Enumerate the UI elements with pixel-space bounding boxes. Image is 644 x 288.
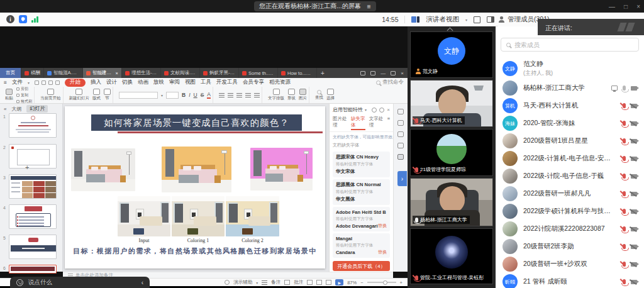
clipboard-icon[interactable]: [397, 120, 404, 126]
toggle-panel-icon[interactable]: [487, 16, 494, 23]
tab-close-icon[interactable]: ×: [116, 70, 118, 76]
close-button[interactable]: ×: [636, 3, 640, 10]
participant-row[interactable]: 昕颐 21 管科 成昕颐: [496, 273, 644, 288]
ribbon-tab-animation[interactable]: 动画: [138, 79, 148, 86]
ribbon-tab-insert[interactable]: 插入: [91, 79, 101, 86]
camera-off-icon[interactable]: [631, 227, 637, 231]
add-slide-button[interactable]: +: [25, 163, 29, 171]
copy-button[interactable]: 复制: [16, 92, 32, 98]
participant-row[interactable]: 20级普研一班+沙双双: [496, 255, 644, 273]
file-menu[interactable]: 文件: [12, 79, 23, 86]
replace-font-link[interactable]: 替换: [378, 223, 387, 229]
play-from-current-button[interactable]: 当前页开始: [40, 89, 61, 101]
video-tile-matian[interactable]: 马天-西科大计算机: [410, 80, 493, 127]
mic-muted-icon[interactable]: [623, 121, 626, 126]
camera-icon[interactable]: [631, 86, 637, 91]
ribbon-tab-transition[interactable]: 切换: [122, 79, 133, 86]
participant-row[interactable]: 2020级普研1班吕星星: [496, 132, 644, 150]
zoom-slider[interactable]: [367, 282, 396, 283]
participant-row[interactable]: 2022级-计算机-电子信息-安宇龙: [496, 150, 644, 167]
video-tile-xiashiqiong[interactable]: 21级管理学院夏师琼: [410, 129, 493, 176]
wps-restore-button[interactable]: [391, 71, 396, 75]
view-mode-caret-icon[interactable]: ▾: [465, 18, 467, 22]
slide-thumb-4[interactable]: 4: [0, 204, 63, 229]
wps-tab-doc7[interactable]: Some th...per.pdf: [239, 68, 278, 78]
chat-placeholder[interactable]: 说点什么: [28, 279, 52, 287]
layout-button[interactable]: 版式: [92, 89, 101, 101]
sorter-view-icon[interactable]: [316, 280, 322, 285]
strikethrough-button[interactable]: S: [201, 92, 204, 98]
video-tile-wuyutong[interactable]: 管院-工业工程与管理-吴钰彤: [410, 228, 493, 284]
collapse-panel-icon[interactable]: «: [4, 106, 6, 112]
mic-muted-icon[interactable]: [623, 244, 626, 249]
mic-icon[interactable]: [623, 86, 626, 91]
comments-icon[interactable]: [284, 280, 290, 285]
camera-off-icon[interactable]: [631, 104, 637, 108]
slide-thumb-3[interactable]: 3: [0, 174, 63, 199]
numbered-list-icon[interactable]: [228, 93, 233, 97]
notification-icon[interactable]: [379, 108, 384, 113]
notes-toggle[interactable]: 备注: [271, 279, 280, 285]
participant-row[interactable]: 算机 马天-西科大计算机: [496, 97, 644, 114]
paste-button[interactable]: 粘贴: [5, 89, 13, 101]
underline-button[interactable]: U: [194, 92, 197, 98]
mic-muted-icon[interactable]: [623, 226, 626, 231]
ribbon-tab-tools[interactable]: 工具: [201, 79, 211, 86]
participant-row[interactable]: 2022级学硕计算机科学与技术-吴腾: [496, 202, 644, 220]
properties-icon[interactable]: [397, 109, 404, 114]
meeting-info-icon[interactable]: i: [6, 15, 14, 23]
banner-menu-icon[interactable]: ≡: [367, 3, 371, 10]
wps-tab-active-presentation[interactable]: 智能建模_陈/修改 ×: [83, 68, 122, 78]
mic-muted-icon[interactable]: [623, 209, 626, 214]
presentation-assist[interactable]: 演示辅助: [233, 279, 252, 285]
wps-tab-doc1[interactable]: 稿酬: [21, 68, 44, 78]
tab-image-processing[interactable]: 图片处理: [333, 116, 347, 130]
font-size-box[interactable]: [166, 92, 179, 99]
wps-tab-doc6[interactable]: 蚂蚁牙黑-未知: [200, 68, 239, 78]
participant-row[interactable]: 杨柏林-浙江工商大学: [496, 79, 644, 97]
select-button[interactable]: 选择: [326, 89, 335, 101]
participant-row[interactable]: 20级普研2班李勋: [496, 238, 644, 255]
history-icon[interactable]: [397, 131, 404, 137]
search-members-box[interactable]: [501, 38, 639, 52]
tab-outline[interactable]: 大纲: [11, 106, 21, 113]
ribbon-tab-membership[interactable]: 会员专享: [243, 79, 264, 86]
slide-thumb-2[interactable]: 2: [0, 144, 63, 169]
mic-muted-icon[interactable]: [623, 138, 626, 143]
camera-off-icon[interactable]: [631, 280, 637, 284]
zoom-in-button[interactable]: +: [400, 280, 402, 285]
layout-view-icon[interactable]: [411, 16, 419, 23]
network-signal-icon[interactable]: [31, 15, 40, 23]
participant-row[interactable]: 2022级-计院-电子信息-于巍: [496, 167, 644, 185]
panel-caret-icon[interactable]: ▾: [365, 108, 367, 112]
ribbon-tab-docer[interactable]: 稻壳资源: [269, 79, 291, 86]
replace-font-link[interactable]: 替换: [378, 249, 387, 255]
new-tab-button[interactable]: +: [317, 68, 328, 78]
camera-off-icon[interactable]: [631, 209, 637, 214]
normal-view-icon[interactable]: [307, 280, 313, 285]
ribbon-tab-developer[interactable]: 开发工具: [216, 79, 238, 86]
shape-button[interactable]: 形状: [287, 89, 296, 101]
tab-slides[interactable]: 幻灯片: [26, 105, 48, 113]
wps-close-button[interactable]: ×: [401, 70, 404, 76]
line-spacing-icon[interactable]: [254, 93, 260, 97]
section-button[interactable]: 节: [104, 89, 111, 101]
font-name-box[interactable]: [119, 92, 158, 99]
italic-button[interactable]: I: [189, 92, 190, 98]
expand-panel-button[interactable]: ›: [397, 171, 407, 186]
download-fonts-button[interactable]: 开通会员后下载（4）: [333, 261, 390, 271]
more-tabs-icon[interactable]: ≡: [387, 116, 390, 130]
mic-muted-icon[interactable]: [623, 262, 626, 267]
wps-tab-doc8[interactable]: How to...article: [278, 68, 317, 78]
ribbon-tab-home[interactable]: 开始: [65, 79, 86, 87]
animation-pane-icon[interactable]: [397, 143, 404, 148]
notes-toggle-icon[interactable]: [262, 280, 267, 285]
close-panel-icon[interactable]: ×: [387, 107, 390, 113]
slide-thumb-1[interactable]: 1: [0, 113, 63, 138]
font-card[interactable]: 思源黑体 CN Normal 将临时使用下方字体 华文黑体: [333, 179, 390, 205]
wps-tab-doc2[interactable]: 智能混A.docx: [44, 68, 83, 78]
camera-off-icon[interactable]: [631, 157, 637, 161]
slide-thumb-5[interactable]: 5: [0, 235, 63, 259]
align-left-icon[interactable]: [236, 93, 242, 97]
mic-muted-icon[interactable]: [623, 103, 626, 108]
